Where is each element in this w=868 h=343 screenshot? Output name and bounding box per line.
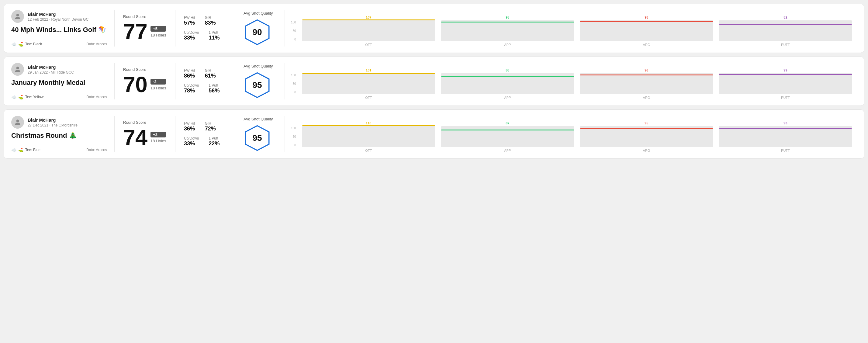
chart-x-label-arg: ARG <box>643 43 650 46</box>
chart-bar-fill-app <box>441 77 574 94</box>
player-bottom: ☁️ ⛳ Tee: Yellow Data: Arccos <box>11 95 107 99</box>
hexagon-container: 95 <box>244 71 271 99</box>
stat-row-1: FW Hit 36% GIR 72% <box>184 121 227 132</box>
golf-icon: ⛳ <box>18 42 23 46</box>
stat-row-2: Up/Down 78% 1 Putt 56% <box>184 83 227 94</box>
chart-col-arg: 95 ARG <box>580 121 713 152</box>
chart-col-putt: 99 PUTT <box>719 68 852 99</box>
one-putt-value: 11% <box>209 35 219 41</box>
player-section: Blair McHarg 12 Feb 2022 · Royal North D… <box>11 10 115 46</box>
stat-gir: GIR 83% <box>205 15 216 26</box>
gir-value: 72% <box>205 126 216 132</box>
player-name: Blair McHarg <box>28 117 78 123</box>
hexagon-score: 90 <box>252 27 262 37</box>
tee-label: Tee: Yellow <box>25 95 43 99</box>
chart-bar-wrap-ott <box>302 126 435 147</box>
chart-bar-line-app <box>441 129 574 130</box>
avatar <box>11 10 24 23</box>
chart-value-putt: 82 <box>783 15 787 19</box>
chart-y-axis: 100 50 0 <box>291 21 296 46</box>
cloud-icon: ☁️ <box>11 95 17 99</box>
player-date: 29 Jan 2022 · Mill Ride GCC <box>28 70 74 74</box>
chart-x-label-arg: ARG <box>643 149 650 152</box>
chart-value-ott: 107 <box>366 15 371 19</box>
tee-info: ☁️ ⛳ Tee: Blue <box>11 148 40 152</box>
avg-quality-label: Avg Shot Quality <box>244 117 273 121</box>
round-score-label: Round Score <box>123 120 166 125</box>
score-number: 70 <box>123 73 148 95</box>
chart-col-putt: 82 PUTT <box>719 15 852 46</box>
chart-col-ott: 110 OTT <box>302 121 435 152</box>
round-card: Blair McHarg 12 Feb 2022 · Royal North D… <box>4 4 864 53</box>
tee-label: Tee: Blue <box>25 148 40 152</box>
stat-one-putt: 1 Putt 22% <box>209 136 219 147</box>
y-label-0: 0 <box>291 38 296 41</box>
chart-x-label-app: APP <box>504 149 511 152</box>
score-badge: +2 <box>151 132 166 137</box>
y-label-100: 100 <box>291 126 296 130</box>
avatar-icon <box>14 118 22 126</box>
chart-value-putt: 99 <box>783 68 787 72</box>
player-date: 12 Feb 2022 · Royal North Devon GC <box>28 17 89 22</box>
stat-row-1: FW Hit 57% GIR 83% <box>184 15 227 26</box>
player-info: Blair McHarg 12 Feb 2022 · Royal North D… <box>28 11 89 22</box>
chart-x-label-app: APP <box>504 96 511 99</box>
gir-label: GIR <box>205 121 216 126</box>
score-main: 77 +5 18 Holes <box>123 21 166 42</box>
chart-bar-wrap-arg <box>580 20 713 41</box>
chart-bar-line-putt <box>719 74 852 75</box>
score-section: Round Score 70 -2 18 Holes <box>115 63 176 99</box>
chart-bar-line-app <box>441 76 574 77</box>
stat-row-2: Up/Down 33% 1 Putt 22% <box>184 136 227 147</box>
score-number: 74 <box>123 126 148 148</box>
stat-fw-hit: FW Hit 36% <box>184 121 195 132</box>
stat-gir: GIR 61% <box>205 68 216 79</box>
chart-col-app: 87 APP <box>441 121 574 152</box>
avg-quality-label: Avg Shot Quality <box>244 64 273 68</box>
score-number: 77 <box>123 21 148 42</box>
gir-label: GIR <box>205 15 216 20</box>
chart-bar-fill-ott <box>302 126 435 147</box>
stat-row-1: FW Hit 86% GIR 61% <box>184 68 227 79</box>
chart-col-arg: 96 ARG <box>580 68 713 99</box>
gir-value: 83% <box>205 20 216 26</box>
chart-bar-line-putt <box>719 128 852 129</box>
player-bottom: ☁️ ⛳ Tee: Blue Data: Arccos <box>11 148 107 152</box>
fw-hit-label: FW Hit <box>184 68 195 73</box>
chart-y-axis: 100 50 0 <box>291 73 296 99</box>
one-putt-label: 1 Putt <box>209 83 219 88</box>
avatar <box>11 63 24 76</box>
score-details: +5 18 Holes <box>151 26 166 37</box>
up-down-label: Up/Down <box>184 30 199 35</box>
score-holes: 18 Holes <box>151 139 166 143</box>
player-section: Blair McHarg 29 Jan 2022 · Mill Ride GCC… <box>11 63 115 99</box>
chart-bar-wrap-ott <box>302 20 435 41</box>
chart-columns: 101 OTT 86 APP 96 <box>302 68 852 99</box>
chart-col-app: 95 APP <box>441 15 574 46</box>
chart-bar-line-putt <box>719 24 852 25</box>
score-main: 74 +2 18 Holes <box>123 126 166 148</box>
up-down-label: Up/Down <box>184 136 199 141</box>
chart-col-ott: 101 OTT <box>302 68 435 99</box>
round-title: 40 Mph Winds... Links Golf 🪁 <box>11 26 107 34</box>
score-section: Round Score 77 +5 18 Holes <box>115 10 176 46</box>
chart-bar-wrap-putt <box>719 20 852 41</box>
player-top: Blair McHarg 12 Feb 2022 · Royal North D… <box>11 10 107 23</box>
chart-col-ott: 107 OTT <box>302 15 435 46</box>
avatar-icon <box>14 12 22 20</box>
score-holes: 18 Holes <box>151 86 166 90</box>
chart-bar-line-app <box>441 22 574 23</box>
player-name: Blair McHarg <box>28 11 89 17</box>
player-section: Blair McHarg 27 Dec 2021 · The Oxfordshi… <box>11 116 115 152</box>
chart-section: 100 50 0 107 OTT 95 <box>285 10 857 46</box>
fw-hit-value: 57% <box>184 20 195 26</box>
chart-bar-wrap-app <box>441 20 574 41</box>
chart-value-arg: 96 <box>645 68 648 72</box>
up-down-label: Up/Down <box>184 83 199 88</box>
gir-value: 61% <box>205 73 216 79</box>
chart-x-label-app: APP <box>504 43 511 46</box>
stat-fw-hit: FW Hit 57% <box>184 15 195 26</box>
svg-point-4 <box>17 120 19 122</box>
player-top: Blair McHarg 29 Jan 2022 · Mill Ride GCC <box>11 63 107 76</box>
hexagon: 95 <box>244 124 271 152</box>
